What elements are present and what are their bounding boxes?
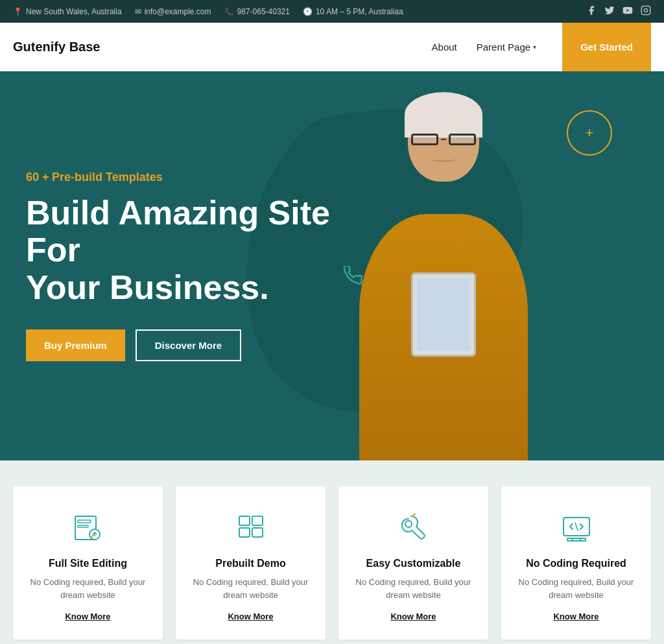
header: Gutenify Base About Parent Page ▾ Get St… bbox=[0, 23, 664, 71]
social-links bbox=[586, 5, 651, 18]
nav-about[interactable]: About bbox=[432, 42, 457, 53]
feature-link-1[interactable]: Know More bbox=[29, 612, 147, 621]
feature-link-2[interactable]: Know More bbox=[191, 612, 310, 621]
svg-rect-7 bbox=[239, 516, 250, 525]
grid-icon bbox=[233, 510, 269, 546]
feature-title-1: Full Site Editing bbox=[29, 558, 147, 569]
nav-parent-page[interactable]: Parent Page ▾ bbox=[477, 42, 536, 53]
topbar-hours: 🕙 10 AM – 5 PM, Australiaa bbox=[303, 7, 403, 16]
instagram-link[interactable] bbox=[641, 5, 651, 18]
svg-rect-0 bbox=[641, 6, 650, 14]
feature-title-2: Prebuilt Demo bbox=[191, 558, 310, 569]
location-icon: 📍 bbox=[13, 7, 23, 16]
svg-rect-9 bbox=[239, 528, 250, 537]
code-icon bbox=[558, 510, 595, 546]
svg-rect-10 bbox=[252, 528, 263, 537]
discover-more-button[interactable]: Discover More bbox=[136, 329, 241, 361]
hero-content: 60 + Pre-build Templates Build Amazing S… bbox=[0, 171, 337, 361]
feature-title-4: No Coding Required bbox=[517, 558, 635, 569]
buy-premium-button[interactable]: Buy Premium bbox=[26, 329, 125, 361]
site-logo: Gutenify Base bbox=[13, 40, 432, 54]
svg-rect-8 bbox=[252, 516, 263, 525]
svg-line-16 bbox=[575, 523, 578, 531]
main-nav: About Parent Page ▾ bbox=[432, 42, 537, 53]
topbar-location: 📍 New South Wales, Australia bbox=[13, 7, 122, 16]
feature-card-no-coding: No Coding Required No Coding required, B… bbox=[501, 486, 651, 639]
topbar-phone: 📞 987-065-40321 bbox=[224, 7, 290, 16]
clock-icon: 🕙 bbox=[303, 7, 313, 16]
hero-title-line1: Build Amazing Site For bbox=[26, 194, 330, 268]
feature-link-4[interactable]: Know More bbox=[517, 612, 635, 621]
svg-rect-13 bbox=[567, 538, 586, 541]
chevron-down-icon: ▾ bbox=[533, 43, 536, 51]
svg-rect-3 bbox=[78, 520, 91, 523]
hero-highlight: 60 + bbox=[26, 171, 49, 184]
nav-parent-label[interactable]: Parent Page bbox=[477, 42, 530, 53]
hero-buttons: Buy Premium Discover More bbox=[26, 329, 337, 361]
feature-desc-2: No Coding required, Build your dream web… bbox=[191, 576, 310, 601]
hero-circle-decoration: + bbox=[567, 110, 612, 156]
features-section: Full Site Editing No Coding required, Bu… bbox=[0, 460, 664, 644]
hero-title: Build Amazing Site For Your Business. bbox=[26, 195, 337, 306]
feature-desc-3: No Coding required, Build your dream web… bbox=[354, 576, 473, 601]
hero-pretitle-text: Pre-build Templates bbox=[52, 171, 163, 184]
twitter-link[interactable] bbox=[604, 5, 615, 18]
feature-title-3: Easy Customizable bbox=[354, 558, 473, 569]
features-grid: Full Site Editing No Coding required, Bu… bbox=[13, 486, 651, 639]
feature-desc-4: No Coding required, Build your dream web… bbox=[517, 576, 635, 601]
feature-card-prebuilt-demo: Prebuilt Demo No Coding required, Build … bbox=[176, 486, 326, 639]
hero-title-line2: Your Business. bbox=[26, 268, 269, 306]
facebook-link[interactable] bbox=[586, 5, 597, 18]
svg-point-11 bbox=[405, 521, 412, 527]
email-icon: ✉ bbox=[135, 7, 141, 16]
edit-icon bbox=[70, 510, 106, 546]
hero-section: + 60 + Pre-build Templates Build Amazing… bbox=[0, 71, 664, 460]
hero-phone-decoration bbox=[344, 266, 363, 290]
svg-rect-4 bbox=[78, 525, 88, 527]
topbar-email: ✉ info@example.com bbox=[135, 7, 211, 16]
topbar: 📍 New South Wales, Australia ✉ info@exam… bbox=[0, 0, 664, 23]
youtube-link[interactable] bbox=[622, 5, 633, 18]
hero-pretitle: 60 + Pre-build Templates bbox=[26, 171, 337, 184]
feature-link-3[interactable]: Know More bbox=[354, 612, 473, 621]
get-started-button[interactable]: Get Started bbox=[562, 23, 651, 71]
phone-icon: 📞 bbox=[224, 7, 234, 16]
wrench-icon bbox=[396, 510, 432, 546]
feature-card-easy-customizable: Easy Customizable No Coding required, Bu… bbox=[338, 486, 488, 639]
feature-desc-1: No Coding required, Build your dream web… bbox=[29, 576, 147, 601]
feature-card-full-site-editing: Full Site Editing No Coding required, Bu… bbox=[13, 486, 163, 639]
